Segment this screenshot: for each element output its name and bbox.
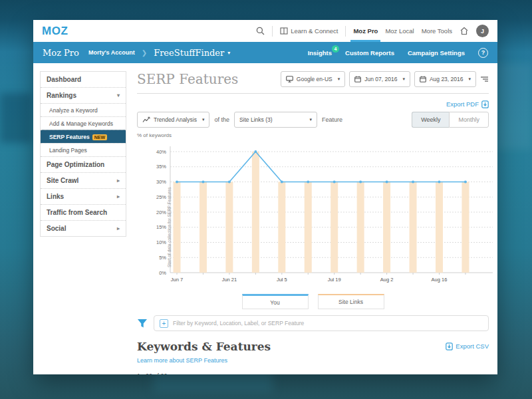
moz-logo[interactable]: MOZ (42, 25, 68, 38)
breadcrumb-chevron-icon: ❯ (142, 49, 147, 57)
sidebar-item-label: Social (47, 225, 66, 232)
chevron-right-icon: ▸ (117, 178, 120, 184)
legend-you-button[interactable]: You (242, 294, 309, 309)
sidebar-item-analyze-a-keyword[interactable]: Analyze a Keyword (41, 103, 126, 116)
weekly-button[interactable]: Weekly (412, 112, 449, 128)
sidebar-item-label: SERP FeaturesNEW (49, 134, 107, 140)
top-nav-moz-pro[interactable]: Moz Pro (353, 20, 378, 42)
search-engine-value: Google en-US (297, 76, 332, 82)
sidebar-menu: Dashboard Rankings ▾ Analyze a Keyword A… (40, 71, 126, 237)
svg-text:15%: 15% (156, 224, 166, 230)
sidebar-item-traffic-from-search[interactable]: Traffic from Search (41, 204, 126, 220)
export-pdf-link[interactable]: Export PDF (446, 100, 489, 108)
date-end-value: Aug 23, 2016 (430, 76, 464, 82)
date-start-picker[interactable]: Jun 07, 2016 ▾ (349, 71, 410, 87)
export-pdf-row: Export PDF (137, 97, 489, 109)
y-axis-title: % of keywords (137, 132, 489, 138)
svg-text:Aug 2: Aug 2 (380, 277, 394, 283)
sidebar-item-social[interactable]: Social ▸ (41, 220, 126, 236)
account-name[interactable]: Morty's Account (88, 49, 135, 56)
filter-row: + (137, 315, 489, 331)
learn-connect-label: Learn & Connect (291, 27, 338, 35)
sidebar: Dashboard Rankings ▾ Analyze a Keyword A… (40, 71, 126, 374)
add-filter-icon[interactable]: + (160, 319, 168, 328)
insights-label: Insights (308, 49, 332, 57)
sidebar-item-dashboard[interactable]: Dashboard (41, 72, 126, 87)
sidebar-item-rankings[interactable]: Rankings ▾ (41, 87, 126, 103)
download-icon (481, 100, 489, 108)
desktop-background: MOZ Learn & Connect Moz Pro (0, 0, 532, 399)
sidebar-item-site-crawl[interactable]: Site Crawl ▸ (41, 172, 126, 188)
search-engine-select[interactable]: Google en-US ▾ (281, 71, 345, 87)
chevron-right-icon: ▸ (117, 194, 120, 200)
svg-text:10%: 10% (156, 239, 166, 245)
keywords-features-title: Keywords & Features (137, 340, 271, 353)
sidebar-item-label: Page Optimization (47, 161, 104, 168)
trend-chart-icon (142, 116, 150, 123)
monthly-button[interactable]: Monthly (449, 112, 489, 128)
chevron-down-icon: ▾ (202, 117, 205, 122)
feature-label: Feature (322, 116, 342, 123)
more-tools-label: More Tools (422, 27, 452, 35)
search-icon[interactable] (256, 27, 265, 35)
divider (272, 26, 273, 37)
campaign-nav-bar: Moz Pro Morty's Account ❯ FreeStuffFinde… (33, 42, 497, 63)
svg-text:Jun 7: Jun 7 (171, 277, 183, 283)
export-pdf-label: Export PDF (446, 100, 479, 108)
chevron-down-icon: ▾ (338, 76, 340, 82)
top-nav-moz-local[interactable]: Moz Local (385, 20, 414, 42)
legend-site-links-button[interactable]: Site Links (318, 294, 384, 309)
sidebar-item-label: Dashboard (47, 76, 81, 83)
home-icon[interactable] (460, 27, 469, 35)
chart-controls-row: Trended Analysis ▾ of the Site Links (3)… (137, 112, 489, 128)
campaign-name[interactable]: FreeStuffFinder (154, 48, 224, 58)
insights-link[interactable]: Insights 4 (308, 49, 332, 57)
download-icon (446, 342, 453, 350)
sidebar-item-serp-features[interactable]: SERP FeaturesNEW (41, 130, 126, 143)
export-csv-label: Export CSV (456, 342, 489, 350)
page-title: SERP Features (137, 71, 238, 87)
learn-connect-link[interactable]: Learn & Connect (280, 20, 338, 42)
book-icon (280, 27, 288, 35)
active-tab-underline (350, 40, 380, 42)
app-window: MOZ Learn & Connect Moz Pro (33, 20, 497, 374)
sidebar-item-page-optimization[interactable]: Page Optimization (41, 156, 126, 172)
date-start-value: Jun 07, 2016 (364, 76, 397, 82)
chevron-down-icon: ▾ (117, 92, 120, 98)
new-badge: NEW (92, 134, 107, 140)
analysis-type-select[interactable]: Trended Analysis ▾ (137, 112, 209, 128)
sidebar-item-add-manage-keywords[interactable]: Add & Manage Keywords (41, 116, 126, 130)
learn-more-link[interactable]: Learn more about SERP Features (137, 357, 227, 364)
of-the-label: of the (214, 116, 229, 123)
feature-select[interactable]: Site Links (3) ▾ (234, 112, 317, 128)
export-csv-link[interactable]: Export CSV (446, 342, 489, 350)
background-blob (0, 93, 32, 143)
help-icon[interactable]: ? (478, 48, 488, 58)
interval-toggle: Weekly Monthly (412, 112, 489, 128)
list-options-icon[interactable] (480, 76, 489, 82)
svg-text:20%: 20% (156, 209, 166, 215)
main-content: SERP Features Google en-US ▾ (126, 63, 497, 374)
custom-reports-link[interactable]: Custom Reports (345, 49, 394, 57)
filter-input[interactable] (173, 320, 483, 327)
svg-text:Start of data collection for S: Start of data collection for SERP Featur… (167, 187, 172, 267)
campaign-settings-link[interactable]: Campaign Settings (408, 49, 465, 57)
calendar-icon (354, 76, 361, 82)
sidebar-item-label: Rankings (47, 92, 76, 99)
moz-local-label: Moz Local (385, 27, 414, 35)
sidebar-item-landing-pages[interactable]: Landing Pages (41, 143, 126, 156)
product-name: Moz Pro (43, 48, 79, 58)
top-bar: MOZ Learn & Connect Moz Pro (33, 20, 497, 42)
sidebar-item-links[interactable]: Links ▸ (41, 188, 126, 204)
svg-text:25%: 25% (156, 194, 166, 200)
avatar[interactable]: J (476, 25, 489, 37)
sidebar-item-label: Landing Pages (49, 147, 87, 154)
serp-trend-chart[interactable]: 0%5%10%15%20%25%30%35%40%Start of data c… (137, 140, 497, 291)
analysis-type-value: Trended Analysis (154, 116, 197, 123)
campaign-dropdown-caret-icon[interactable]: ▾ (227, 50, 230, 56)
top-nav-more-tools[interactable]: More Tools (422, 20, 452, 42)
header-divider (137, 93, 489, 94)
svg-text:5%: 5% (159, 255, 166, 261)
date-end-picker[interactable]: Aug 23, 2016 ▾ (414, 71, 476, 87)
funnel-icon (137, 319, 148, 329)
